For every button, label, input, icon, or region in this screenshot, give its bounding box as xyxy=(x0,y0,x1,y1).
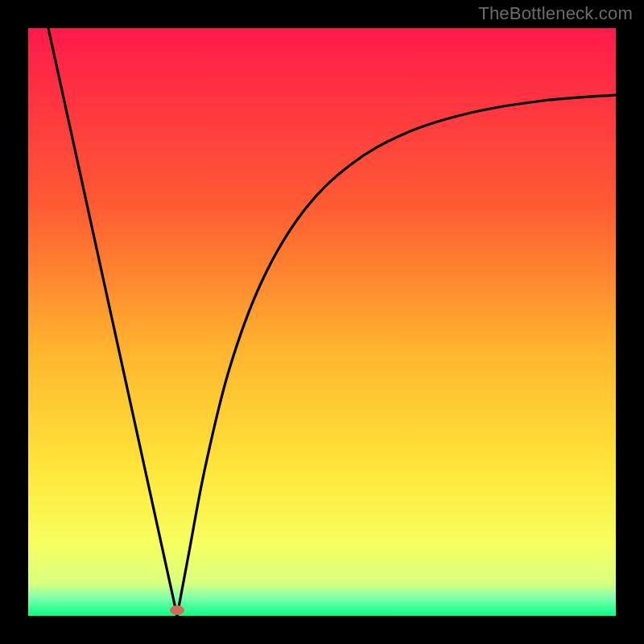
chart-frame: TheBottleneck.com xyxy=(0,0,644,644)
plot-svg xyxy=(28,28,616,616)
plot-background xyxy=(28,28,616,616)
minimum-marker xyxy=(170,605,184,615)
plot-area xyxy=(28,28,616,616)
watermark-text: TheBottleneck.com xyxy=(478,3,633,24)
